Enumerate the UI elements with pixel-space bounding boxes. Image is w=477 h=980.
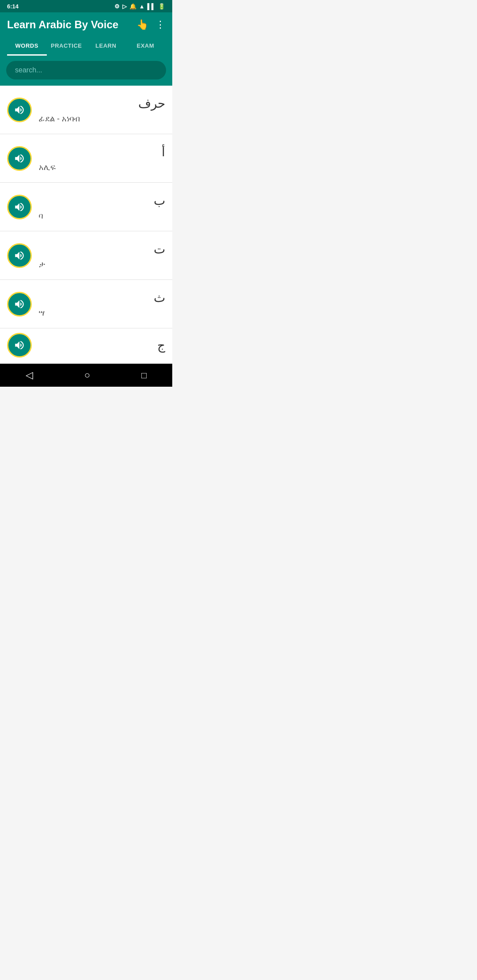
- volume-icon: [14, 104, 25, 116]
- tab-practice[interactable]: PRACTICE: [47, 37, 87, 56]
- app-header: Learn Arabic By Voice 👆 ⋮ WORDS PRACTICE…: [0, 12, 172, 56]
- list-item: حرف ፊደል - አነባብ: [0, 86, 172, 134]
- list-item: ب ባ: [0, 183, 172, 231]
- word-content-3: ت ታ: [39, 235, 165, 275]
- ethiopic-word-2: ባ: [39, 211, 165, 221]
- tab-exam[interactable]: EXAM: [126, 37, 166, 56]
- volume-icon: [14, 339, 25, 351]
- volume-icon: [14, 201, 25, 213]
- battery-icon: 🔋: [158, 3, 165, 10]
- ethiopic-word-3: ታ: [39, 260, 165, 269]
- status-bar: 6:14 ⚙ ▷ 🔔 ▲ ▌▌ 🔋: [0, 0, 172, 12]
- word-content-2: ب ባ: [39, 187, 165, 227]
- status-time: 6:14: [7, 3, 19, 10]
- word-content-5: ج: [39, 332, 165, 360]
- speaker-button-3[interactable]: [7, 243, 32, 268]
- speaker-button-1[interactable]: [7, 146, 32, 171]
- search-input[interactable]: [15, 66, 157, 74]
- arabic-word-5: ج: [39, 338, 165, 354]
- volume-icon: [14, 298, 25, 310]
- header-actions: 👆 ⋮: [136, 19, 165, 30]
- wifi-icon: ▲: [139, 3, 145, 10]
- recents-button[interactable]: [141, 370, 147, 381]
- bottom-navigation: [0, 364, 172, 387]
- list-item: ث ሣ: [0, 280, 172, 328]
- app-title: Learn Arabic By Voice: [7, 19, 118, 31]
- speaker-button-4[interactable]: [7, 292, 32, 317]
- tab-bar: WORDS PRACTICE LEARN EXAM: [7, 37, 165, 56]
- speaker-button-0[interactable]: [7, 98, 32, 122]
- list-item: أ አሊፍ: [0, 134, 172, 183]
- play-icon: ▷: [122, 3, 127, 10]
- settings-icon: ⚙: [114, 3, 120, 10]
- word-content-1: أ አሊፍ: [39, 138, 165, 178]
- notification-icon: 🔔: [129, 3, 136, 10]
- ethiopic-word-1: አሊፍ: [39, 163, 165, 172]
- more-options-icon[interactable]: ⋮: [155, 19, 165, 30]
- tab-words[interactable]: WORDS: [7, 37, 47, 56]
- word-content-4: ث ሣ: [39, 284, 165, 324]
- ethiopic-word-0: ፊደል - አነባብ: [39, 114, 165, 124]
- signal-icon: ▌▌: [148, 3, 155, 10]
- search-box: [6, 61, 166, 79]
- arabic-word-1: أ: [39, 144, 165, 160]
- home-button[interactable]: [84, 369, 90, 381]
- word-content-0: حرف ፊደል - አነባብ: [39, 90, 165, 130]
- volume-icon: [14, 250, 25, 261]
- word-list: حرف ፊደል - አነባብ أ አሊፍ ب ባ: [0, 86, 172, 364]
- speaker-button-5[interactable]: [7, 333, 32, 358]
- search-container: [0, 56, 172, 86]
- tab-learn[interactable]: LEARN: [86, 37, 126, 56]
- status-icons: ⚙ ▷ 🔔 ▲ ▌▌ 🔋: [114, 3, 165, 10]
- volume-icon: [14, 153, 25, 164]
- speaker-button-2[interactable]: [7, 195, 32, 219]
- list-item: ت ታ: [0, 231, 172, 280]
- list-item: ج: [0, 328, 172, 364]
- ethiopic-word-4: ሣ: [39, 309, 165, 318]
- back-button[interactable]: [26, 369, 33, 381]
- touch-icon[interactable]: 👆: [136, 19, 148, 30]
- arabic-word-4: ث: [39, 290, 165, 306]
- arabic-word-3: ت: [39, 241, 165, 257]
- arabic-word-2: ب: [39, 193, 165, 209]
- arabic-word-0: حرف: [39, 96, 165, 112]
